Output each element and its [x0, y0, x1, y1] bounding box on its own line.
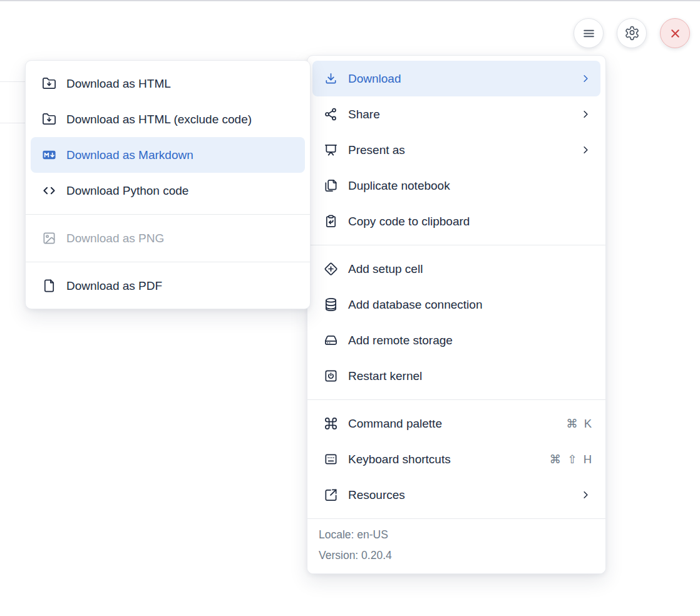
menu-item-duplicate-notebook[interactable]: Duplicate notebook — [312, 168, 600, 203]
locale-text: Locale: en-US — [319, 525, 594, 545]
notebook-menu-button[interactable] — [574, 18, 604, 48]
gear-icon — [624, 26, 640, 41]
menu-divider — [307, 399, 605, 400]
notebook-page: DownloadSharePresent asDuplicate noteboo… — [0, 0, 700, 616]
menu-item-download-as-html-exclude-code[interactable]: Download as HTML (exclude code) — [31, 101, 305, 137]
file-icon — [42, 279, 56, 293]
menu-item-add-database-connection[interactable]: Add database connection — [312, 287, 600, 322]
image-icon — [42, 231, 56, 245]
menu-item-copy-code-to-clipboard[interactable]: Copy code to clipboard — [312, 203, 600, 239]
menu-item-label: Download as HTML — [66, 77, 171, 91]
database-icon — [324, 297, 338, 312]
background-cell-border — [0, 123, 26, 123]
menu-item-add-remote-storage[interactable]: Add remote storage — [312, 322, 600, 358]
menu-item-add-setup-cell[interactable]: Add setup cell — [312, 251, 600, 287]
menu-item-label: Add database connection — [348, 298, 482, 312]
download-icon — [324, 71, 338, 86]
menu-item-restart-kernel[interactable]: Restart kernel — [312, 358, 600, 394]
menu-item-label: Duplicate notebook — [348, 179, 450, 193]
chevron-right-icon — [580, 144, 592, 156]
chevron-right-icon — [580, 489, 592, 501]
background-cell-border — [0, 81, 26, 82]
settings-button[interactable] — [617, 18, 647, 48]
keyboard-icon — [324, 452, 338, 466]
menu-item-download-as-html[interactable]: Download as HTML — [31, 66, 305, 101]
shutdown-button[interactable] — [660, 18, 690, 48]
menu-item-label: Restart kernel — [348, 369, 422, 383]
menu-item-label: Download as HTML (exclude code) — [66, 113, 252, 126]
menu-item-label: Present as — [348, 143, 405, 157]
diamond-plus-icon — [324, 262, 338, 276]
clipboard-copy-icon — [324, 214, 338, 228]
menu-item-command-palette[interactable]: Command palette⌘K — [312, 406, 600, 441]
share-icon — [324, 107, 338, 121]
notebook-actions-menu: DownloadSharePresent asDuplicate noteboo… — [307, 55, 606, 574]
menu-item-present-as[interactable]: Present as — [312, 132, 600, 168]
menu-item-download-as-markdown[interactable]: Download as Markdown — [31, 137, 305, 173]
menu-item-label: Command palette — [348, 417, 442, 431]
menu-item-download-python-code[interactable]: Download Python code — [31, 173, 305, 208]
menu-item-label: Download as PDF — [66, 279, 162, 293]
external-link-icon — [324, 488, 338, 502]
menu-item-resources[interactable]: Resources — [312, 477, 600, 513]
menu-item-download-as-png: Download as PNG — [31, 220, 305, 256]
code-icon — [42, 183, 56, 198]
menu-item-keyboard-shortcuts[interactable]: Keyboard shortcuts⌘⇧H — [312, 441, 600, 477]
menu-item-label: Share — [348, 108, 380, 121]
chevron-right-icon — [580, 108, 592, 120]
folder-down-icon — [42, 112, 56, 126]
menu-item-label: Keyboard shortcuts — [348, 453, 451, 466]
menu-divider — [26, 262, 310, 262]
hamburger-icon — [581, 26, 597, 41]
chevron-right-icon — [580, 73, 592, 85]
menu-item-label: Add remote storage — [348, 334, 453, 347]
menu-item-label: Resources — [348, 488, 405, 502]
duplicate-icon — [324, 178, 338, 193]
menu-footer: Locale: en-USVersion: 0.20.4 — [307, 518, 605, 573]
hard-drive-icon — [324, 333, 338, 347]
shortcut-keys: ⌘⇧H — [550, 453, 592, 466]
menu-item-label: Copy code to clipboard — [348, 215, 470, 228]
menu-item-download[interactable]: Download — [312, 61, 600, 96]
version-text: Version: 0.20.4 — [319, 545, 594, 566]
markdown-icon — [42, 148, 56, 162]
menu-item-share[interactable]: Share — [312, 96, 600, 132]
presentation-icon — [324, 143, 338, 157]
menu-item-label: Download as Markdown — [66, 148, 193, 162]
menu-item-label: Download — [348, 72, 401, 86]
menu-item-label: Add setup cell — [348, 262, 423, 276]
download-submenu: Download as HTMLDownload as HTML (exclud… — [25, 60, 311, 309]
menu-divider — [26, 214, 310, 215]
menu-divider — [307, 245, 605, 245]
power-square-icon — [324, 369, 338, 383]
menu-item-label: Download Python code — [66, 184, 188, 198]
menu-item-label: Download as PNG — [66, 232, 164, 245]
folder-down-icon — [42, 76, 56, 91]
shortcut-keys: ⌘K — [566, 417, 592, 431]
menu-item-download-as-pdf[interactable]: Download as PDF — [31, 268, 305, 304]
top-edge-line — [0, 0, 700, 1]
close-x-icon — [667, 26, 683, 41]
toolbar — [574, 18, 690, 48]
command-icon — [324, 416, 338, 431]
